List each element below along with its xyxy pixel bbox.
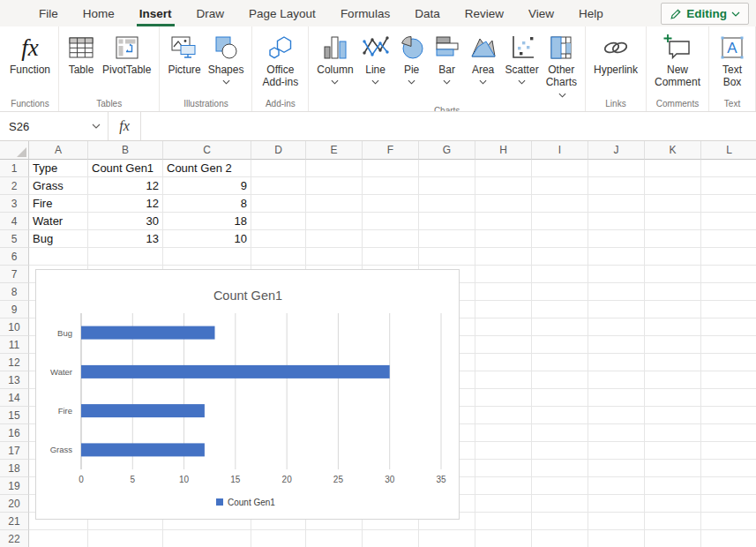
cell-J8[interactable] [588, 283, 645, 301]
column-header-a[interactable]: A [29, 141, 88, 160]
row-header-21[interactable]: 21 [0, 513, 29, 530]
cell-L19[interactable] [701, 477, 756, 495]
cell-G3[interactable] [419, 195, 475, 213]
ribbon-button-office-add-ins[interactable]: Office Add-ins [258, 31, 303, 89]
cell-G2[interactable] [419, 177, 475, 195]
cell-K1[interactable] [645, 160, 701, 177]
cell-I17[interactable] [532, 442, 588, 460]
cell-K13[interactable] [645, 371, 701, 389]
menu-tab-draw[interactable]: Draw [184, 0, 237, 26]
cell-E6[interactable] [306, 248, 363, 266]
cell-I20[interactable] [532, 495, 588, 513]
cell-K19[interactable] [645, 477, 701, 495]
cell-K22[interactable] [645, 530, 701, 547]
cell-H10[interactable] [475, 318, 532, 336]
row-header-14[interactable]: 14 [0, 389, 29, 407]
cell-J17[interactable] [588, 442, 645, 460]
column-header-b[interactable]: B [88, 141, 163, 160]
cell-J19[interactable] [588, 477, 645, 495]
menu-tab-formulas[interactable]: Formulas [328, 0, 402, 26]
cell-K11[interactable] [645, 336, 701, 354]
cell-C6[interactable] [163, 248, 251, 266]
cell-L5[interactable] [701, 230, 756, 248]
cell-C2[interactable]: 9 [163, 177, 251, 195]
cell-I13[interactable] [532, 371, 588, 389]
cell-J1[interactable] [588, 160, 645, 177]
cell-C22[interactable] [163, 530, 251, 547]
cell-A5[interactable]: Bug [29, 230, 88, 248]
row-header-18[interactable]: 18 [0, 460, 29, 477]
ribbon-button-pivottable[interactable]: PivotTable [100, 31, 153, 77]
cell-D2[interactable] [251, 177, 306, 195]
cell-G22[interactable] [419, 530, 475, 547]
cell-C1[interactable]: Count Gen 2 [163, 160, 251, 177]
cell-K2[interactable] [645, 177, 701, 195]
cell-H9[interactable] [475, 301, 532, 318]
editing-button[interactable]: Editing [661, 3, 749, 25]
cell-F22[interactable] [363, 530, 419, 547]
cell-B3[interactable]: 12 [88, 195, 163, 213]
cell-H17[interactable] [475, 442, 532, 460]
cell-K21[interactable] [645, 513, 701, 530]
ribbon-button-table[interactable]: Table [64, 31, 98, 77]
row-header-16[interactable]: 16 [0, 424, 29, 442]
ribbon-button-hyperlink[interactable]: Hyperlink [591, 31, 640, 77]
cell-A22[interactable] [29, 530, 88, 547]
cell-L10[interactable] [701, 318, 756, 336]
cell-C4[interactable]: 18 [163, 213, 251, 230]
cell-J21[interactable] [588, 513, 645, 530]
cell-D4[interactable] [251, 213, 306, 230]
column-header-e[interactable]: E [306, 141, 363, 160]
cell-J22[interactable] [588, 530, 645, 547]
column-header-j[interactable]: J [588, 141, 645, 160]
cell-E4[interactable] [306, 213, 363, 230]
cell-J20[interactable] [588, 495, 645, 513]
cell-I11[interactable] [532, 336, 588, 354]
cell-C5[interactable]: 10 [163, 230, 251, 248]
ribbon-button-function[interactable]: fxFunction [7, 31, 53, 77]
cell-L13[interactable] [701, 371, 756, 389]
column-header-h[interactable]: H [475, 141, 532, 160]
cell-L7[interactable] [701, 266, 756, 283]
cell-B4[interactable]: 30 [88, 213, 163, 230]
cell-B1[interactable]: Count Gen1 [88, 160, 163, 177]
column-header-l[interactable]: L [701, 141, 756, 160]
cell-L4[interactable] [701, 213, 756, 230]
cell-H19[interactable] [475, 477, 532, 495]
cell-D22[interactable] [251, 530, 306, 547]
cell-G4[interactable] [419, 213, 475, 230]
cell-D6[interactable] [251, 248, 306, 266]
menu-tab-page-layout[interactable]: Page Layout [236, 0, 328, 26]
row-header-5[interactable]: 5 [0, 230, 29, 248]
menu-tab-data[interactable]: Data [402, 0, 453, 26]
cell-H22[interactable] [475, 530, 532, 547]
cell-H4[interactable] [475, 213, 532, 230]
cell-I10[interactable] [532, 318, 588, 336]
cell-H16[interactable] [475, 424, 532, 442]
cell-K20[interactable] [645, 495, 701, 513]
menu-tab-insert[interactable]: Insert [127, 0, 184, 26]
row-header-4[interactable]: 4 [0, 213, 29, 230]
fx-button[interactable]: fx [109, 112, 141, 140]
column-header-f[interactable]: F [363, 141, 419, 160]
cell-K10[interactable] [645, 318, 701, 336]
row-header-22[interactable]: 22 [0, 530, 29, 547]
cell-A3[interactable]: Fire [29, 195, 88, 213]
cell-K9[interactable] [645, 301, 701, 318]
cell-H18[interactable] [475, 460, 532, 477]
row-header-15[interactable]: 15 [0, 407, 29, 424]
cell-L22[interactable] [701, 530, 756, 547]
cell-G5[interactable] [419, 230, 475, 248]
ribbon-button-picture[interactable]: Picture [165, 31, 203, 77]
cell-I9[interactable] [532, 301, 588, 318]
row-header-20[interactable]: 20 [0, 495, 29, 513]
cell-B6[interactable] [88, 248, 163, 266]
ribbon-button-column[interactable]: Column [314, 31, 356, 86]
cell-J15[interactable] [588, 407, 645, 424]
cell-H11[interactable] [475, 336, 532, 354]
cell-A1[interactable]: Type [29, 160, 88, 177]
ribbon-button-bar[interactable]: Bar [430, 31, 464, 86]
cell-J7[interactable] [588, 266, 645, 283]
menu-tab-home[interactable]: Home [71, 0, 127, 26]
cell-L1[interactable] [701, 160, 756, 177]
